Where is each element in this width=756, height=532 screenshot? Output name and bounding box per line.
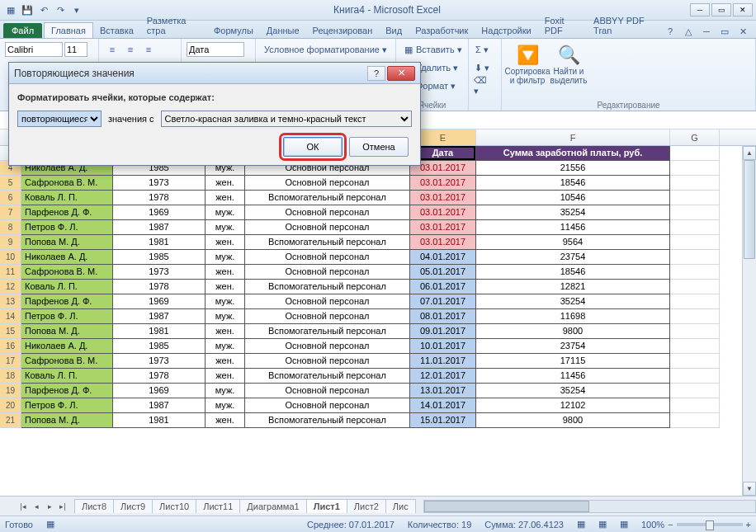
cell[interactable] xyxy=(670,280,720,294)
qat-more-icon[interactable]: ▾ xyxy=(69,2,84,17)
font-size-input[interactable] xyxy=(64,42,87,57)
zoom-slider[interactable] xyxy=(677,523,743,526)
row-header-20[interactable]: 20 xyxy=(0,398,21,413)
cell[interactable]: 18546 xyxy=(476,265,670,280)
status-record-icon[interactable]: ▦ xyxy=(46,519,54,530)
sort-filter-button[interactable]: 🔽Сортировка и фильтр xyxy=(507,40,548,98)
cell[interactable]: муж. xyxy=(206,398,245,413)
cell[interactable]: 04.01.2017 xyxy=(410,250,476,265)
cell[interactable]: 08.01.2017 xyxy=(410,309,476,324)
sheet-nav-first-icon[interactable]: |◂ xyxy=(17,502,30,511)
cell[interactable] xyxy=(670,324,720,339)
autosum-icon[interactable]: Σ ▾ xyxy=(474,41,490,58)
cell[interactable]: Основной персонал xyxy=(245,339,410,354)
format-style-select[interactable]: Светло-красная заливка и темно-красный т… xyxy=(161,111,412,127)
cell[interactable] xyxy=(670,309,720,324)
cell[interactable]: Парфенов Д. Ф. xyxy=(21,294,113,309)
cell[interactable] xyxy=(670,161,720,176)
cell[interactable]: Вспомогательный персонал xyxy=(245,235,410,250)
cell[interactable]: 1987 xyxy=(113,398,206,413)
cell[interactable]: жен. xyxy=(206,369,245,384)
cell[interactable]: 1969 xyxy=(113,384,206,398)
cell[interactable]: Основной персонал xyxy=(245,220,410,235)
ribbon-tab-1[interactable]: Главная xyxy=(44,22,93,38)
cell[interactable]: жен. xyxy=(206,354,245,369)
row-header-13[interactable]: 13 xyxy=(0,294,21,309)
cell[interactable]: 23754 xyxy=(476,339,670,354)
doc-close-icon[interactable]: ✕ xyxy=(736,25,749,38)
align-bot-icon[interactable]: ≡ xyxy=(140,41,157,58)
cell[interactable]: 11456 xyxy=(476,369,670,384)
close-button[interactable]: ✕ xyxy=(733,3,753,16)
ok-button[interactable]: ОК xyxy=(283,137,343,157)
cell[interactable] xyxy=(670,294,720,309)
cell[interactable]: Коваль Л. П. xyxy=(21,191,113,205)
cell[interactable]: Основной персонал xyxy=(245,354,410,369)
cell[interactable]: 35254 xyxy=(476,384,670,398)
table-header[interactable]: Сумма заработной платы, руб. xyxy=(476,146,670,161)
cell[interactable]: 1985 xyxy=(113,250,206,265)
cell[interactable]: Парфенов Д. Ф. xyxy=(21,205,113,220)
number-format-input[interactable] xyxy=(187,42,244,57)
cell[interactable] xyxy=(670,354,720,369)
worksheet[interactable]: ИмяДата рожденияПолКатегория персоналаДа… xyxy=(21,146,720,428)
ribbon-tab-3[interactable]: Разметка стра xyxy=(140,13,207,38)
excel-icon[interactable]: ▦ xyxy=(3,2,18,17)
cell[interactable]: 05.01.2017 xyxy=(410,265,476,280)
cell[interactable]: 03.01.2017 xyxy=(410,235,476,250)
row-header-8[interactable]: 8 xyxy=(0,220,21,235)
cell[interactable]: 1973 xyxy=(113,176,206,191)
cell[interactable]: 17115 xyxy=(476,354,670,369)
duplicate-type-select[interactable]: повторяющиеся xyxy=(17,111,102,127)
cell[interactable]: 35254 xyxy=(476,205,670,220)
cell[interactable]: муж. xyxy=(206,294,245,309)
cell[interactable]: муж. xyxy=(206,384,245,398)
cell[interactable]: жен. xyxy=(206,324,245,339)
cell[interactable] xyxy=(670,398,720,413)
sheet-nav-next-icon[interactable]: ▸ xyxy=(43,502,56,511)
help-icon[interactable]: ? xyxy=(664,25,677,38)
cell[interactable]: 1969 xyxy=(113,205,206,220)
cell[interactable]: 23754 xyxy=(476,250,670,265)
dialog-close-icon[interactable]: ✕ xyxy=(387,66,415,81)
cell[interactable]: 1985 xyxy=(113,339,206,354)
cell[interactable]: Николаев А. Д. xyxy=(21,250,113,265)
col-header-F[interactable]: F xyxy=(476,129,670,145)
cell[interactable]: Сафронова В. М. xyxy=(21,354,113,369)
cell[interactable]: 35254 xyxy=(476,294,670,309)
zoom-out-icon[interactable]: − xyxy=(668,520,673,530)
sheet-tab[interactable]: Лист1 xyxy=(306,499,347,513)
row-header-19[interactable]: 19 xyxy=(0,384,21,398)
zoom-level[interactable]: 100% xyxy=(641,520,664,530)
cell[interactable] xyxy=(670,265,720,280)
ribbon-tab-2[interactable]: Вставка xyxy=(93,23,140,38)
cell[interactable]: жен. xyxy=(206,413,245,428)
cell[interactable]: Петров Ф. Л. xyxy=(21,398,113,413)
cell[interactable]: 9800 xyxy=(476,324,670,339)
cell[interactable]: 1987 xyxy=(113,309,206,324)
ribbon-tab-5[interactable]: Данные xyxy=(260,23,306,38)
maximize-button[interactable]: ▭ xyxy=(711,3,731,16)
cell[interactable]: 11.01.2017 xyxy=(410,354,476,369)
cell[interactable]: жен. xyxy=(206,235,245,250)
ribbon-tab-11[interactable]: ABBYY PDF Tran xyxy=(587,13,664,38)
cell[interactable] xyxy=(670,191,720,205)
cell[interactable] xyxy=(670,339,720,354)
row-header-10[interactable]: 10 xyxy=(0,250,21,265)
insert-cells-button[interactable]: ▦ Вставить ▾ xyxy=(401,41,465,58)
cell[interactable] xyxy=(670,146,720,161)
cell[interactable]: 10.01.2017 xyxy=(410,339,476,354)
cell[interactable]: Вспомогательный персонал xyxy=(245,280,410,294)
cell[interactable]: 15.01.2017 xyxy=(410,413,476,428)
sheet-tab[interactable]: Лист8 xyxy=(74,499,114,513)
cell[interactable]: муж. xyxy=(206,220,245,235)
cell[interactable]: 03.01.2017 xyxy=(410,176,476,191)
cell[interactable]: Попова М. Д. xyxy=(21,235,113,250)
cell[interactable]: 03.01.2017 xyxy=(410,205,476,220)
cell[interactable]: Петров Ф. Л. xyxy=(21,220,113,235)
align-top-icon[interactable]: ≡ xyxy=(104,41,120,58)
cell[interactable]: 03.01.2017 xyxy=(410,191,476,205)
cell[interactable]: 1981 xyxy=(113,235,206,250)
ribbon-tab-4[interactable]: Формулы xyxy=(207,23,260,38)
vertical-scrollbar[interactable]: ▲ ▼ xyxy=(742,146,756,496)
